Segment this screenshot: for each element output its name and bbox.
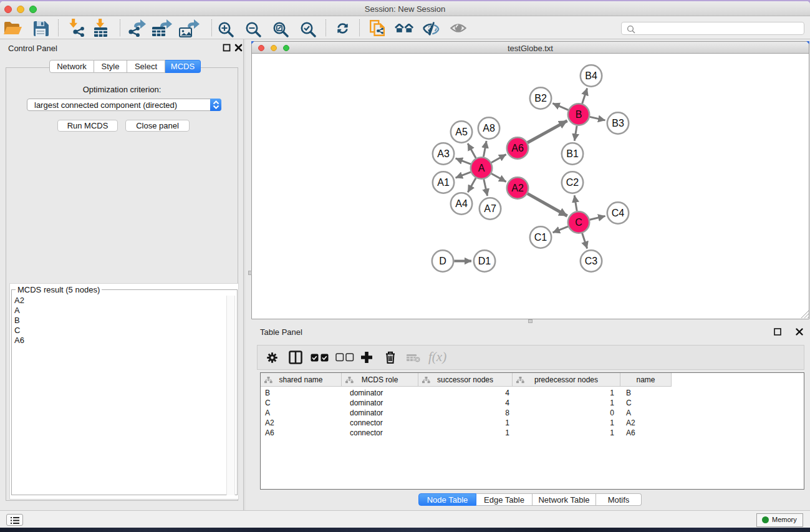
- svg-text:B: B: [576, 109, 582, 120]
- svg-text:C4: C4: [612, 208, 625, 218]
- svg-text:C: C: [575, 217, 582, 228]
- svg-text:C1: C1: [534, 232, 547, 243]
- svg-text:A1: A1: [437, 177, 450, 188]
- svg-text:A4: A4: [455, 198, 468, 209]
- svg-text:B3: B3: [612, 118, 624, 128]
- svg-text:C2: C2: [566, 177, 579, 188]
- svg-text:D: D: [439, 256, 446, 266]
- svg-text:C3: C3: [585, 256, 598, 266]
- svg-text:D1: D1: [478, 256, 491, 266]
- svg-text:A5: A5: [455, 127, 468, 137]
- svg-text:A7: A7: [484, 203, 496, 214]
- svg-text:B4: B4: [585, 70, 597, 81]
- svg-text:B2: B2: [534, 93, 547, 104]
- svg-text:B1: B1: [566, 148, 579, 159]
- svg-text:A8: A8: [483, 123, 495, 133]
- svg-text:A3: A3: [437, 148, 450, 159]
- svg-text:A2: A2: [511, 183, 524, 193]
- svg-text:A6: A6: [511, 143, 524, 153]
- svg-text:A: A: [478, 163, 485, 173]
